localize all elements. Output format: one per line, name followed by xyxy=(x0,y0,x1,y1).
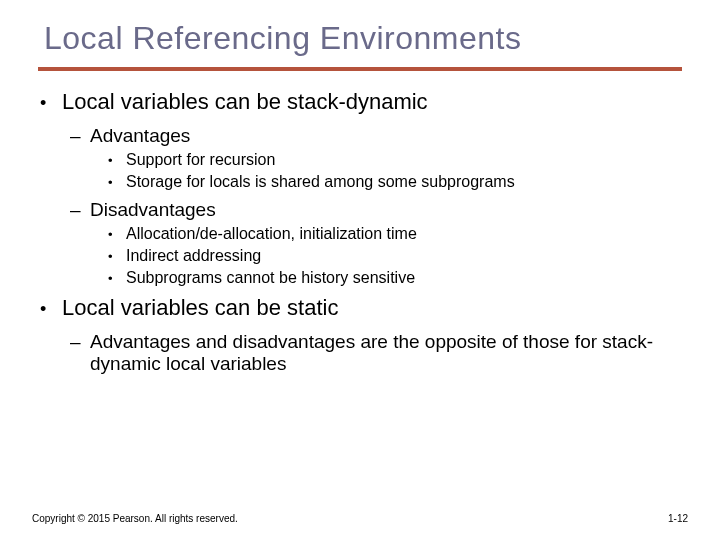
bullet-dash-icon: – xyxy=(70,125,90,147)
bullet-dot-icon: • xyxy=(108,247,126,267)
copyright-text: Copyright © 2015 Pearson. All rights res… xyxy=(32,513,238,524)
bullet-level3: • Storage for locals is shared among som… xyxy=(108,173,688,193)
bullet-level3: • Allocation/de-allocation, initializati… xyxy=(108,225,688,245)
slide-title: Local Referencing Environments xyxy=(44,20,688,57)
bullet-text: Advantages xyxy=(90,125,688,147)
bullet-level1: • Local variables can be stack-dynamic xyxy=(40,89,688,117)
bullet-dot-icon: • xyxy=(40,89,62,117)
slide-footer: Copyright © 2015 Pearson. All rights res… xyxy=(32,513,688,524)
bullet-dash-icon: – xyxy=(70,199,90,221)
slide-content: • Local variables can be stack-dynamic –… xyxy=(32,89,688,375)
bullet-level2: – Advantages and disadvantages are the o… xyxy=(70,331,688,375)
bullet-level3: • Support for recursion xyxy=(108,151,688,171)
bullet-dot-icon: • xyxy=(108,151,126,171)
bullet-dot-icon: • xyxy=(108,269,126,289)
bullet-text: Advantages and disadvantages are the opp… xyxy=(90,331,688,375)
bullet-text: Subprograms cannot be history sensitive xyxy=(126,269,688,289)
bullet-level3: • Indirect addressing xyxy=(108,247,688,267)
bullet-level1: • Local variables can be static xyxy=(40,295,688,323)
bullet-level2: – Advantages xyxy=(70,125,688,147)
page-number: 1-12 xyxy=(668,513,688,524)
bullet-text: Storage for locals is shared among some … xyxy=(126,173,688,193)
bullet-level2: – Disadvantages xyxy=(70,199,688,221)
title-rule xyxy=(38,67,682,71)
bullet-dot-icon: • xyxy=(108,225,126,245)
bullet-level3: • Subprograms cannot be history sensitiv… xyxy=(108,269,688,289)
slide: Local Referencing Environments • Local v… xyxy=(0,0,720,540)
bullet-dot-icon: • xyxy=(108,173,126,193)
bullet-text: Local variables can be stack-dynamic xyxy=(62,89,688,117)
bullet-text: Allocation/de-allocation, initialization… xyxy=(126,225,688,245)
bullet-text: Disadvantages xyxy=(90,199,688,221)
bullet-dot-icon: • xyxy=(40,295,62,323)
bullet-dash-icon: – xyxy=(70,331,90,375)
bullet-text: Support for recursion xyxy=(126,151,688,171)
bullet-text: Indirect addressing xyxy=(126,247,688,267)
bullet-text: Local variables can be static xyxy=(62,295,688,323)
